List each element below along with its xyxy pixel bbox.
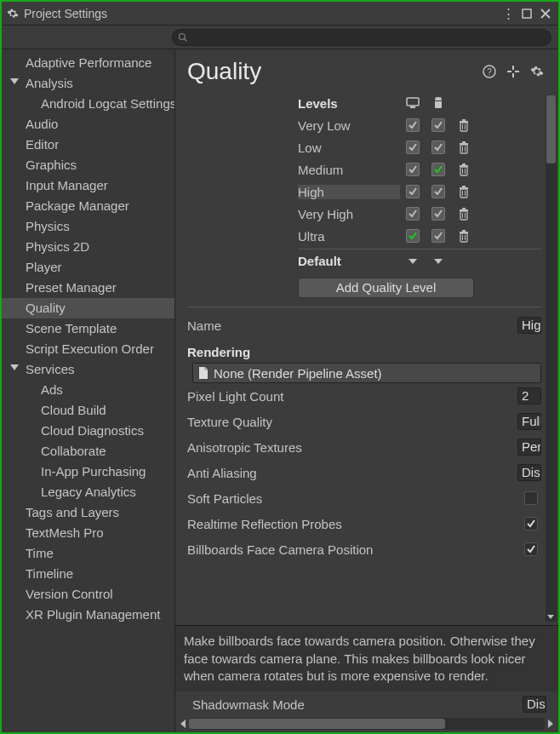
svg-text:?: ? [487, 67, 492, 77]
quality-level-name: Ultra [298, 229, 400, 244]
sidebar-item-timeline[interactable]: Timeline [2, 564, 174, 584]
property-row: Texture QualityFull Res [187, 409, 541, 434]
sidebar-item-cloud-build[interactable]: Cloud Build [2, 400, 174, 421]
default-android-dropdown[interactable] [426, 259, 451, 264]
quality-level-row[interactable]: Very High [298, 203, 541, 225]
property-checkbox[interactable] [524, 542, 538, 556]
sidebar-item-quality[interactable]: Quality [2, 298, 174, 318]
trash-icon[interactable] [458, 119, 470, 132]
levels-label: Levels [298, 96, 400, 111]
sidebar-item-version-control[interactable]: Version Control [2, 584, 174, 605]
sidebar-item-audio[interactable]: Audio [2, 114, 174, 135]
sidebar-item-label: Version Control [26, 587, 113, 601]
main-panel: Quality ? [175, 49, 558, 732]
property-checkbox[interactable] [524, 491, 538, 505]
property-label: Pixel Light Count [187, 389, 511, 404]
svg-rect-38 [460, 233, 467, 242]
trash-icon[interactable] [458, 186, 470, 198]
checkbox[interactable] [406, 207, 420, 221]
trash-icon[interactable] [458, 163, 470, 176]
sidebar-item-tags-and-layers[interactable]: Tags and Layers [2, 502, 174, 523]
sidebar-item-in-app-purchasing[interactable]: In-App Purchasing [2, 462, 174, 482]
sidebar-item-input-manager[interactable]: Input Manager [2, 175, 174, 196]
checkbox[interactable] [406, 185, 420, 198]
quality-level-name: Medium [298, 163, 400, 177]
checkbox[interactable] [431, 229, 445, 243]
quality-level-row[interactable]: High [298, 181, 541, 203]
shadowmask-field[interactable]: Distance Shadowmask [523, 696, 546, 713]
sidebar-item-textmesh-pro[interactable]: TextMesh Pro [2, 523, 174, 543]
sidebar-item-physics-2d[interactable]: Physics 2D [2, 237, 174, 257]
render-pipeline-field[interactable]: None (Render Pipeline Asset) [192, 363, 541, 383]
sidebar-item-graphics[interactable]: Graphics [2, 155, 174, 175]
checkbox[interactable] [431, 118, 445, 132]
svg-rect-6 [515, 71, 519, 72]
add-quality-level-button[interactable]: Add Quality Level [298, 278, 474, 298]
checkbox[interactable] [406, 118, 420, 132]
close-icon[interactable] [538, 6, 553, 21]
svg-rect-39 [460, 232, 468, 233]
hscroll-left-icon[interactable] [180, 720, 186, 728]
sidebar-item-ads[interactable]: Ads [2, 380, 174, 400]
checkbox[interactable] [406, 140, 420, 154]
sidebar-item-legacy-analytics[interactable]: Legacy Analytics [2, 482, 174, 502]
trash-icon[interactable] [458, 208, 470, 221]
search-icon [178, 32, 188, 43]
quality-level-row[interactable]: Low [298, 136, 541, 158]
name-field[interactable]: High [517, 317, 541, 334]
more-icon[interactable]: ⋮ [500, 6, 516, 21]
sidebar-item-label: Physics [26, 219, 70, 233]
checkbox[interactable] [406, 163, 420, 176]
property-value[interactable]: Per Texture [517, 439, 541, 456]
checkbox[interactable] [431, 140, 445, 154]
checkbox[interactable] [431, 207, 445, 221]
sidebar-item-script-execution-order[interactable]: Script Execution Order [2, 339, 174, 359]
trash-icon[interactable] [458, 230, 470, 243]
default-desktop-dropdown[interactable] [400, 259, 426, 264]
sidebar-item-collaborate[interactable]: Collaborate [2, 441, 174, 462]
sidebar-item-adaptive-performance[interactable]: Adaptive Performance [2, 53, 174, 73]
sidebar-item-analysis[interactable]: Analysis [2, 73, 174, 94]
gear-icon[interactable] [528, 62, 546, 81]
svg-point-1 [180, 33, 186, 39]
trash-icon[interactable] [458, 141, 470, 154]
sidebar-item-time[interactable]: Time [2, 543, 174, 564]
sidebar-item-scene-template[interactable]: Scene Template [2, 318, 174, 339]
sidebar-item-package-manager[interactable]: Package Manager [2, 196, 174, 216]
svg-rect-19 [460, 143, 468, 145]
horizontal-scrollbar[interactable] [189, 718, 545, 730]
property-row: Billboards Face Camera Position [187, 536, 541, 562]
sidebar-item-cloud-diagnostics[interactable]: Cloud Diagnostics [2, 421, 174, 441]
checkbox[interactable] [431, 185, 445, 198]
default-label: Default [298, 254, 400, 268]
quality-level-row[interactable]: Very Low [298, 114, 541, 136]
property-label: Anisotropic Textures [187, 440, 511, 455]
property-checkbox[interactable] [524, 517, 538, 530]
vertical-scrollbar[interactable] [546, 95, 557, 622]
property-value[interactable]: 2 [517, 387, 541, 404]
svg-rect-14 [460, 121, 468, 123]
quality-level-name: High [298, 185, 400, 199]
preset-icon[interactable] [504, 62, 523, 81]
hscroll-right-icon[interactable] [548, 720, 553, 728]
maximize-icon[interactable] [519, 6, 534, 21]
page-title: Quality [187, 58, 475, 85]
sidebar-item-preset-manager[interactable]: Preset Manager [2, 278, 174, 298]
property-value[interactable]: Disabled [517, 464, 541, 481]
help-icon[interactable]: ? [480, 62, 499, 81]
search-input[interactable] [172, 29, 551, 46]
property-value[interactable]: Full Res [517, 413, 541, 430]
sidebar-item-services[interactable]: Services [2, 359, 174, 380]
quality-level-row[interactable]: Medium [298, 158, 541, 181]
sidebar-item-android-logcat-settings[interactable]: Android Logcat Settings [2, 94, 174, 114]
sidebar-item-xr-plugin-management[interactable]: XR Plugin Management [2, 605, 174, 625]
sidebar-item-physics[interactable]: Physics [2, 216, 174, 237]
checkbox[interactable] [406, 229, 420, 243]
sidebar-item-player[interactable]: Player [2, 257, 174, 278]
sidebar-item-label: Cloud Build [41, 403, 106, 417]
expand-arrow-icon [10, 78, 19, 84]
property-row: Soft Particles [187, 485, 541, 511]
checkbox[interactable] [431, 163, 445, 176]
sidebar-item-editor[interactable]: Editor [2, 135, 174, 155]
quality-level-row[interactable]: Ultra [298, 225, 541, 247]
